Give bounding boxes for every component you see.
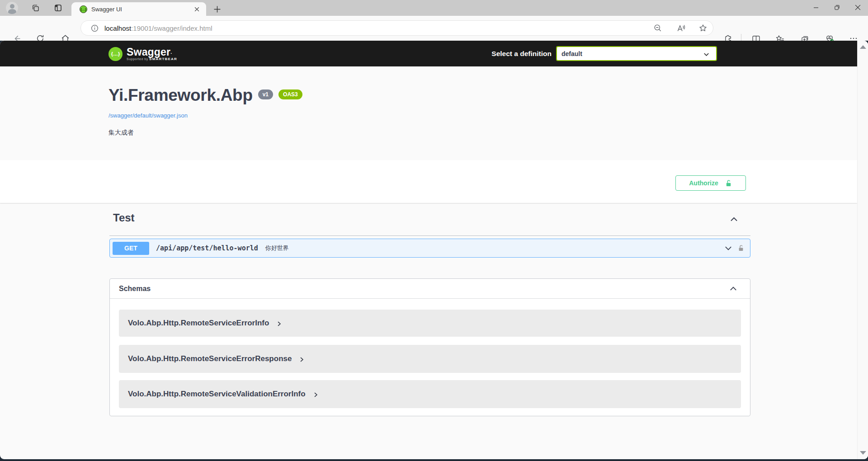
api-description: 集大成者	[108, 129, 302, 137]
scroll-down-button[interactable]	[859, 449, 867, 456]
url-text: localhost:19001/swagger/index.html	[104, 24, 212, 32]
profile-button[interactable]	[6, 2, 18, 14]
schemas-title: Schemas	[119, 285, 151, 293]
zoom-out-button[interactable]	[651, 22, 664, 34]
chevron-right-icon	[276, 321, 282, 327]
schemes-bar: Authorize	[0, 160, 857, 203]
api-info: Yi.Framework.Abp v1 OAS3 /swagger/defaul…	[108, 86, 302, 137]
method-badge: GET	[113, 242, 149, 255]
new-tab-button[interactable]	[212, 4, 222, 14]
schema-name: Volo.Abp.Http.RemoteServiceErrorResponse	[128, 354, 292, 363]
swagger-favicon-icon: {…}	[80, 5, 87, 13]
schemas-header[interactable]: Schemas	[110, 279, 750, 299]
select-definition-label: Select a definition	[434, 41, 552, 66]
profile-avatar-icon	[8, 9, 16, 14]
read-aloud-icon	[676, 24, 685, 33]
window-controls	[806, 0, 868, 16]
zoom-out-icon	[653, 24, 662, 33]
operation-auth-lock-icon[interactable]	[737, 245, 745, 252]
operation-get-row[interactable]: GET /api/app/test/hello-world 你好世界	[109, 239, 750, 258]
url-host: localhost	[104, 24, 131, 32]
read-aloud-button[interactable]	[674, 22, 687, 34]
oas3-badge: OAS3	[278, 89, 302, 99]
browser-toolbar: localhost:19001/swagger/index.html	[0, 16, 868, 41]
url-path: :19001/swagger/index.html	[131, 24, 212, 32]
swagger-logo-text: Swagger.	[127, 47, 177, 57]
address-bar[interactable]: localhost:19001/swagger/index.html	[80, 20, 713, 36]
authorize-label: Authorize	[689, 179, 718, 187]
unlocked-padlock-icon	[725, 179, 732, 187]
definition-selected-value: default	[561, 50, 582, 57]
definition-select[interactable]: default	[556, 46, 717, 61]
spec-link[interactable]: /swagger/default/swagger.json	[108, 112, 302, 119]
browser-tab[interactable]: {…} Swagger UI	[71, 2, 206, 16]
tag-divider	[109, 235, 750, 236]
scroll-down-icon	[860, 451, 866, 455]
chevron-up-icon[interactable]	[730, 215, 738, 224]
schema-row-remote-service-error-response[interactable]: Volo.Abp.Http.RemoteServiceErrorResponse	[119, 345, 741, 373]
swagger-logo[interactable]: {…} Swagger. Supported by SMARTBEAR	[108, 46, 177, 61]
scroll-up-icon	[860, 45, 866, 49]
tab-title: Swagger UI	[91, 6, 122, 13]
chevron-down-icon	[703, 51, 710, 58]
profile-avatar-icon	[10, 4, 14, 9]
close-icon	[194, 6, 200, 12]
schema-name: Volo.Abp.Http.RemoteServiceValidationErr…	[128, 390, 306, 399]
schemas-section: Schemas Volo.Abp.Http.RemoteServiceError…	[109, 278, 750, 416]
schema-row-remote-service-error-info[interactable]: Volo.Abp.Http.RemoteServiceErrorInfo	[119, 310, 741, 337]
operation-path: /api/app/test/hello-world	[156, 244, 258, 252]
restore-button[interactable]	[826, 0, 847, 15]
operation-summary: 你好世界	[265, 244, 289, 252]
swagger-logo-tagline: Supported by SMARTBEAR	[127, 57, 177, 61]
swagger-logo-icon: {…}	[108, 47, 123, 61]
minimize-button[interactable]	[806, 0, 826, 15]
chevron-right-icon	[299, 357, 305, 362]
workspaces-button[interactable]	[29, 0, 42, 16]
tab-layout-icon	[53, 3, 63, 13]
chevron-down-icon	[724, 244, 732, 252]
restore-icon	[834, 5, 840, 10]
version-badge: v1	[258, 89, 273, 99]
workspaces-icon	[31, 3, 40, 13]
vertical-scrollbar[interactable]	[857, 41, 868, 459]
tab-actions-button[interactable]	[52, 0, 64, 16]
close-icon	[855, 5, 861, 10]
scroll-up-button[interactable]	[859, 43, 867, 51]
authorize-button[interactable]: Authorize	[675, 175, 746, 191]
chevron-right-icon	[313, 392, 319, 398]
page-viewport: {…} Swagger. Supported by SMARTBEAR Sele…	[0, 41, 868, 459]
swagger-topbar: {…} Swagger. Supported by SMARTBEAR Sele…	[0, 41, 857, 66]
chevron-up-icon	[729, 285, 737, 293]
tag-test-header[interactable]: Test	[113, 212, 135, 224]
schema-row-remote-service-validation-error-info[interactable]: Volo.Abp.Http.RemoteServiceValidationErr…	[119, 380, 741, 408]
plus-icon	[213, 5, 221, 13]
site-info-button[interactable]	[88, 22, 101, 34]
schema-name: Volo.Abp.Http.RemoteServiceErrorInfo	[128, 319, 269, 328]
page-title: Yi.Framework.Abp	[108, 86, 253, 105]
star-icon	[698, 24, 708, 33]
minimize-icon	[813, 5, 819, 10]
favorite-button[interactable]	[697, 22, 709, 34]
info-icon	[90, 24, 99, 33]
browser-tab-strip: {…} Swagger UI	[0, 0, 868, 16]
close-window-button[interactable]	[847, 0, 868, 15]
tab-close-button[interactable]	[193, 5, 201, 13]
